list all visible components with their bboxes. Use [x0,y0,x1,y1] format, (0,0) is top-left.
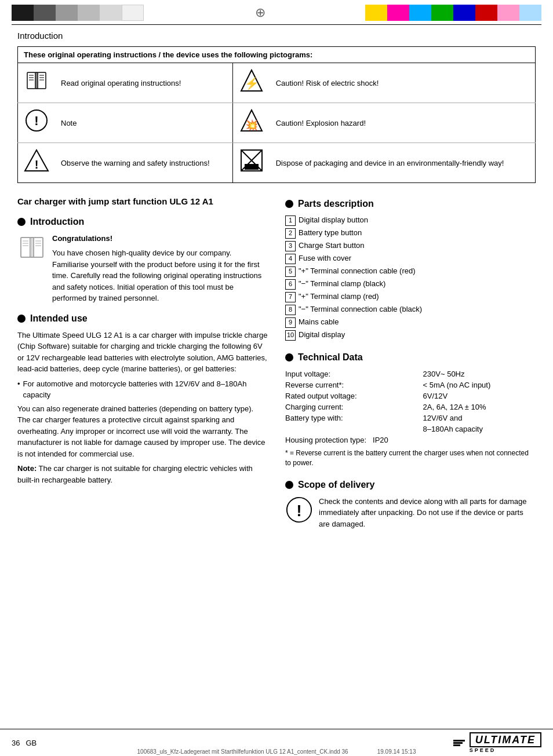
intended-note-label: Note: [17,464,37,473]
exclamation-icon: ! [18,103,56,143]
swatch-lt-blue [519,5,541,21]
tech-row-4: Charging current: 2A, 6A, 12A ± 10% [285,401,536,412]
svg-rect-22 [245,164,259,170]
pictogram-text-2-right: Caution! Explosion hazard! [270,103,536,143]
tech-label-3: Rated output voltage: [285,390,423,401]
brand-sub-text: SPEED [470,747,541,753]
part-num-9: 9 [285,317,296,328]
parts-header: Parts description [285,199,536,209]
part-text-10: Digital display [299,330,345,340]
swatch-cyan [409,5,431,21]
main-content: Introduction These original operating in… [0,25,553,541]
intended-bullet-text: For automotive and motorcycle batteries … [23,378,268,401]
pictogram-header-text: These original operating instructions / … [18,47,536,63]
scope-exclaim-icon: ! [285,496,313,530]
swatch-light1 [78,5,100,21]
part-text-1: Digital display button [299,215,368,225]
left-column: Car charger with jump start function ULG… [17,196,268,529]
tech-value-4: 2A, 6A, 12A ± 10% [423,401,536,412]
intended-use-bullet [17,315,26,323]
pictogram-row-2: ! Note 💥 Caution! Explosion hazard! [18,103,536,143]
warning-triangle-icon: ! [18,143,56,183]
intro-book-icon [17,233,46,304]
svg-rect-23 [21,238,30,257]
intended-use-title: Intended use [30,313,88,324]
tech-label-4: Charging current: [285,401,423,412]
pictogram-row-3: ! Observe the warning and safety instruc… [18,143,536,183]
tech-value-3: 6V/12V [423,390,536,401]
tech-row-1: Input voltage: 230V~ 50Hz [285,368,536,379]
page-number: 36 [12,739,20,747]
product-title: Car charger with jump start function ULG… [17,196,268,207]
brand-name-text: ULTIMATE [470,732,541,747]
part-num-6: 6 [285,279,296,290]
tech-value-5: 12V/6V and [423,412,536,423]
pictogram-text-2-left: Note [55,103,232,143]
tech-title: Technical Data [298,352,363,363]
introduction-text: Congratulations! You have chosen high-qu… [52,233,268,304]
tech-housing: Housing protection type: IP20 [285,434,536,445]
part-text-8: "−" Terminal connection cable (black) [299,304,422,315]
part-num-4: 4 [285,254,296,264]
svg-text:⚡: ⚡ [244,76,259,90]
part-item-8: 8 "−" Terminal connection cable (black) [285,304,536,315]
part-num-5: 5 [285,266,296,277]
tech-value-2: < 5mA (no AC input) [423,379,536,390]
introduction-bullet [17,218,26,226]
tech-row-7: Housing protection type: IP20 [285,434,536,445]
intended-para2: You can also regenerate drained batterie… [17,403,268,460]
congratulations-text: Congratulations! [52,234,112,243]
tech-value-6: 8–180Ah capacity [423,423,536,434]
tech-data-table: Input voltage: 230V~ 50Hz Reverse curren… [285,368,536,445]
left-color-swatches [12,5,144,21]
swatch-red [475,5,497,21]
part-item-5: 5 "+" Terminal connection cable (red) [285,266,536,277]
pictogram-header-row: These original operating instructions / … [18,47,536,63]
part-num-2: 2 [285,228,296,239]
country-code: GB [26,739,37,747]
svg-text:!: ! [297,502,302,519]
part-text-5: "+" Terminal connection cable (red) [299,266,416,276]
scope-block: ! Check the contents and device along wi… [285,496,536,530]
part-item-10: 10 Digital display [285,330,536,341]
part-text-4: Fuse with cover [299,253,351,264]
tech-value-1: 230V~ 50Hz [423,368,536,379]
brand-logo: ULTIMATE SPEED [453,732,541,753]
swatch-light2 [100,5,122,21]
pictogram-text-3-right: Dispose of packaging and device in an en… [270,143,536,183]
part-num-8: 8 [285,305,296,315]
introduction-header: Introduction [17,217,268,227]
part-num-10: 10 [285,330,296,341]
page-section-title: Introduction [17,31,536,41]
part-text-9: Mains cable [299,317,339,327]
introduction-body: You have chosen high-quality device by o… [52,249,261,302]
tech-note: * = Reverse current is the battery curre… [285,448,536,468]
intended-use-body: The Ultimate Speed ULG 12 A1 is a car ch… [17,330,268,486]
swatch-green [431,5,453,21]
pictogram-text-3-left: Observe the warning and safety instructi… [55,143,232,183]
tech-label-1: Input voltage: [285,368,423,379]
swatch-magenta [387,5,409,21]
introduction-block: Congratulations! You have chosen high-qu… [17,233,268,304]
intended-para1: The Ultimate Speed ULG 12 A1 is a car ch… [17,330,268,375]
part-item-6: 6 "−" Terminal clamp (black) [285,279,536,290]
bullet-dot: • [17,378,20,401]
book-icon [18,63,56,103]
swatch-blue [453,5,475,21]
scope-title: Scope of delivery [298,480,375,490]
part-num-7: 7 [285,292,296,302]
part-item-1: 1 Digital display button [285,215,536,226]
footer-file-info: 100683_uls_Kfz-Ladegeraet mit Starthilfe… [137,748,416,755]
svg-rect-24 [34,238,43,257]
scope-body: Check the contents and device along with… [319,497,526,528]
part-num-1: 1 [285,216,296,226]
introduction-title: Introduction [30,217,84,227]
tech-data-header: Technical Data [285,352,536,363]
scope-bullet [285,481,293,489]
tech-label-2: Reverse current*: [285,379,423,390]
parts-title: Parts description [298,199,374,209]
tech-label-5: Battery type with: [285,412,423,423]
explosion-icon: 💥 [232,103,270,143]
swatch-pink [497,5,519,21]
swatch-black [12,5,34,21]
